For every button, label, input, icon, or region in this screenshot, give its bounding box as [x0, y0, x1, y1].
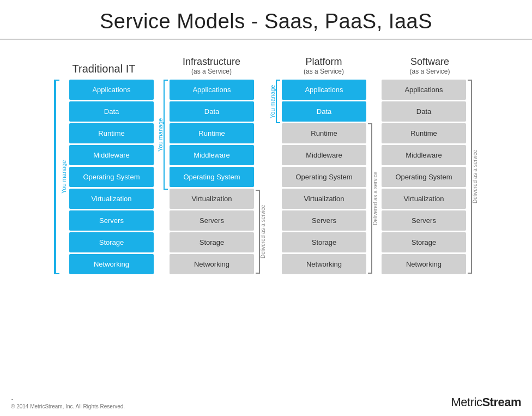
diagram-area: Traditional IT You manage Applications D…	[0, 45, 532, 274]
bracket-cap-platform-right	[368, 123, 372, 274]
footer-copyright: © 2014 MetricStream, Inc. All Rights Res…	[11, 403, 125, 409]
you-manage-label-infra: You manage	[157, 80, 164, 190]
spacer-platform-right	[368, 80, 378, 123]
stack-item-software-networking: Networking	[382, 254, 466, 274]
you-manage-bracket-infra: You manage	[157, 80, 168, 190]
col-sub-software: (as a Service)	[409, 68, 450, 75]
stack-item-infra-middleware: Middleware	[170, 145, 254, 165]
col-header-infrastructure: Infrastructure (as a Service)	[183, 45, 240, 75]
col-title-platform: Platform	[305, 56, 342, 68]
stack-item-runtime: Runtime	[69, 123, 154, 143]
stack-item-infra-runtime: Runtime	[170, 123, 254, 143]
title-section: Service Models - Saas, PaaS, IaaS	[0, 0, 532, 40]
stack-item-platform-middleware: Middleware	[282, 145, 366, 165]
left-bracket-traditional: You manage	[54, 80, 67, 274]
stack-item-platform-networking: Networking	[282, 254, 366, 274]
stack-item-platform-storage: Storage	[282, 232, 366, 252]
stack-item-middleware: Middleware	[69, 145, 154, 165]
stack-item-platform-servers: Servers	[282, 210, 366, 231]
stack-traditional-it: Applications Data Runtime Middleware Ope…	[69, 80, 154, 274]
col-title-software: Software	[410, 56, 449, 68]
col-body-infrastructure: You manage Applications Data Runtime Mid…	[157, 80, 266, 274]
col-title-traditional-it: Traditional IT	[72, 63, 136, 75]
stack-item-infra-servers: Servers	[170, 210, 254, 231]
col-body-traditional-it: You manage Applications Data Runtime Mid…	[54, 80, 154, 274]
column-traditional-it: Traditional IT You manage Applications D…	[54, 45, 154, 274]
spacer-platform-left	[269, 123, 280, 274]
col-header-traditional-it: Traditional IT	[72, 45, 136, 75]
stack-item-software-servers: Servers	[382, 210, 466, 231]
bracket-cap-platform-left	[276, 80, 280, 123]
col-body-platform: You manage Applications Data Runtime Mid…	[269, 80, 378, 274]
stack-item-networking: Networking	[69, 254, 154, 274]
stack-item-platform-runtime: Runtime	[282, 123, 366, 143]
right-bracket-infra: Delivered as a service	[256, 80, 266, 274]
stack-item-platform-virtualization: Virtualization	[282, 189, 366, 209]
bracket-cap-software-right	[468, 80, 472, 274]
spacer-infra-left	[157, 190, 168, 274]
stack-item-data: Data	[69, 101, 154, 122]
footer: . © 2014 MetricStream, Inc. All Rights R…	[0, 393, 532, 409]
stack-item-software-virtualization: Virtualization	[382, 189, 466, 209]
col-body-software: Applications Data Runtime Middleware Ope…	[382, 80, 478, 274]
page-title: Service Models - Saas, PaaS, IaaS	[0, 10, 532, 33]
stack-item-servers: Servers	[69, 210, 154, 231]
you-manage-label-platform: You manage	[269, 80, 276, 123]
stack-item-infra-os: Operating System	[170, 167, 254, 187]
stack-item-virtualization: Virtualization	[69, 189, 154, 209]
page-container: Service Models - Saas, PaaS, IaaS Tradit…	[0, 0, 532, 416]
stack-item-os: Operating System	[69, 167, 154, 187]
left-bracket-platform: You manage	[269, 80, 280, 274]
stack-item-storage: Storage	[69, 232, 154, 252]
col-title-infra: Infrastructure	[183, 56, 240, 68]
delivered-label-software: Delivered as a service	[472, 80, 478, 274]
footer-logo: MetricStream	[451, 395, 521, 409]
stack-item-applications: Applications	[69, 80, 154, 100]
col-header-platform: Platform (as a Service)	[304, 45, 344, 75]
stack-item-platform-applications: Applications	[282, 80, 366, 100]
spacer-infra-right	[256, 80, 266, 190]
stack-item-software-os: Operating System	[382, 167, 466, 187]
stack-software: Applications Data Runtime Middleware Ope…	[382, 80, 466, 274]
footer-dot: .	[11, 393, 125, 402]
stack-item-software-middleware: Middleware	[382, 145, 466, 165]
stack-item-software-applications: Applications	[382, 80, 466, 100]
column-infrastructure: Infrastructure (as a Service) You manage…	[157, 45, 266, 274]
delivered-bracket-infra: Delivered as a service	[256, 190, 266, 274]
col-sub-infra: (as a Service)	[191, 68, 232, 75]
delivered-label-infra: Delivered as a service	[260, 190, 266, 274]
bracket-cap-infra-left	[164, 80, 168, 190]
stack-item-platform-data: Data	[282, 101, 366, 122]
stack-item-infra-storage: Storage	[170, 232, 254, 252]
bracket-cap-infra-right	[256, 190, 260, 274]
right-bracket-platform: Delivered as a service	[368, 80, 378, 274]
stack-item-infra-networking: Networking	[170, 254, 254, 274]
you-manage-bracket-platform: You manage	[269, 80, 280, 123]
right-bracket-software: Delivered as a service	[468, 80, 478, 274]
stack-item-software-storage: Storage	[382, 232, 466, 252]
bracket-cap	[55, 80, 59, 274]
stack-item-software-runtime: Runtime	[382, 123, 466, 143]
footer-left-section: . © 2014 MetricStream, Inc. All Rights R…	[11, 393, 125, 409]
logo-light: Metric	[451, 395, 482, 409]
delivered-bracket-platform: Delivered as a service	[368, 123, 378, 274]
logo-bold: Stream	[482, 395, 521, 409]
stack-item-software-data: Data	[382, 101, 466, 122]
left-bracket-infra: You manage	[157, 80, 168, 274]
delivered-label-platform: Delivered as a service	[372, 123, 378, 274]
stack-platform: Applications Data Runtime Middleware Ope…	[282, 80, 366, 274]
stack-item-infra-virtualization: Virtualization	[170, 189, 254, 209]
col-sub-platform: (as a Service)	[304, 68, 344, 75]
you-manage-label-traditional: You manage	[61, 80, 67, 274]
stack-infrastructure: Applications Data Runtime Middleware Ope…	[170, 80, 254, 274]
col-header-software: Software (as a Service)	[409, 45, 450, 75]
stack-item-infra-applications: Applications	[170, 80, 254, 100]
column-software: Software (as a Service) Applications Dat…	[382, 45, 478, 274]
stack-item-infra-data: Data	[170, 101, 254, 122]
stack-item-platform-os: Operating System	[282, 167, 366, 187]
delivered-bracket-software: Delivered as a service	[468, 80, 478, 274]
column-platform: Platform (as a Service) You manage Appli…	[269, 45, 378, 274]
